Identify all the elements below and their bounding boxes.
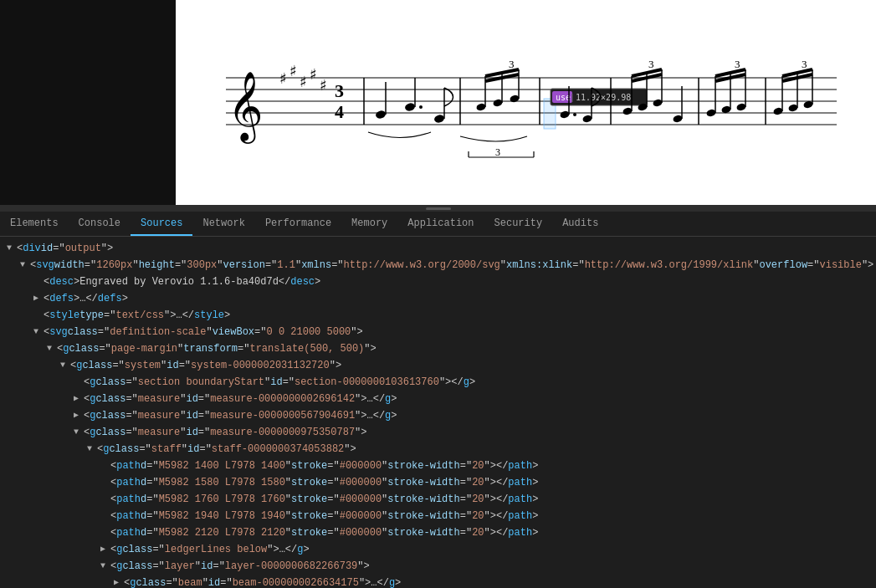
toggle-2[interactable]: [20, 258, 30, 273]
code-line-2[interactable]: <svg width="1260px" height="300px" versi…: [0, 257, 876, 274]
code-content: <div id="output" > <svg width="1260px" h…: [0, 237, 876, 588]
code-line-11[interactable]: <g class="measure" id="measure-000000056…: [0, 407, 876, 424]
code-line-16[interactable]: <path d="M5982 1760 L7978 1760" stroke="…: [0, 491, 876, 508]
tuplet-3: 3: [706, 58, 747, 117]
devtools-tabs: Elements Console Sources Network Perform…: [0, 212, 876, 237]
svg-text:3: 3: [335, 80, 344, 101]
svg-text:3: 3: [648, 58, 654, 70]
toggle-13[interactable]: [87, 442, 97, 457]
toggle-11[interactable]: [74, 408, 84, 423]
left-panel-black: [0, 0, 176, 205]
tab-application[interactable]: Application: [397, 212, 484, 236]
toggle-4[interactable]: [33, 291, 44, 306]
svg-text:♯: ♯: [320, 77, 327, 94]
tuplet-2: 3: [622, 58, 663, 115]
svg-text:3: 3: [735, 58, 740, 70]
code-line-6[interactable]: <svg class="definition-scale" viewBox="0…: [0, 324, 876, 340]
code-line-1[interactable]: <div id="output" >: [0, 240, 876, 257]
drag-handle-icon: [426, 207, 451, 210]
slur-1: [368, 132, 431, 138]
code-line-15[interactable]: <path d="M5982 1580 L7978 1580" stroke="…: [0, 474, 876, 491]
tab-security[interactable]: Security: [484, 212, 553, 236]
svg-text:3: 3: [802, 58, 807, 70]
tab-performance[interactable]: Performance: [255, 212, 341, 236]
toggle-8[interactable]: [60, 358, 70, 373]
svg-point-18: [433, 114, 445, 124]
svg-text:♯: ♯: [289, 63, 297, 79]
toggle-10[interactable]: [74, 391, 84, 406]
svg-point-15: [404, 102, 416, 112]
svg-point-17: [419, 105, 423, 109]
code-line-9[interactable]: <g class="section boundaryStart" id="sec…: [0, 374, 876, 391]
tab-memory[interactable]: Memory: [341, 212, 397, 236]
toggle-21[interactable]: [114, 575, 124, 588]
code-line-12[interactable]: <g class="measure" id="measure-000000097…: [0, 424, 876, 441]
svg-text:3: 3: [495, 146, 500, 158]
code-line-17[interactable]: <path d="M5982 1940 L7978 1940" stroke="…: [0, 508, 876, 524]
toggle-20[interactable]: [100, 559, 110, 574]
svg-text:♯: ♯: [300, 74, 307, 90]
tab-sources[interactable]: Sources: [131, 212, 192, 236]
music-svg: 𝄞 ♯ ♯ ♯ ♯ ♯ 3 4: [192, 19, 845, 187]
svg-text:11.92×29.98: 11.92×29.98: [576, 93, 631, 102]
svg-text:3: 3: [509, 58, 515, 70]
treble-clef: 𝄞: [228, 72, 264, 144]
toggle-1[interactable]: [7, 241, 17, 256]
slur-2: [460, 136, 527, 141]
drag-handle[interactable]: [0, 205, 876, 212]
tab-elements[interactable]: Elements: [0, 212, 69, 236]
remaining-notes: [673, 86, 684, 123]
svg-point-37: [573, 113, 576, 116]
code-line-7[interactable]: <g class="page-margin" transform="transl…: [0, 340, 876, 357]
tuplet-1: 3: [476, 58, 520, 111]
tab-network[interactable]: Network: [192, 212, 254, 236]
preview-area: 𝄞 ♯ ♯ ♯ ♯ ♯ 3 4: [0, 0, 876, 205]
time-signature: 3 4: [335, 80, 344, 122]
code-line-4[interactable]: <defs> … </defs>: [0, 290, 876, 307]
svg-text:𝄞: 𝄞: [228, 72, 264, 144]
svg-text:♯: ♯: [279, 70, 287, 87]
music-notation-area: 𝄞 ♯ ♯ ♯ ♯ ♯ 3 4: [176, 0, 876, 205]
svg-text:♯: ♯: [310, 66, 317, 83]
toggle-19[interactable]: [100, 542, 110, 557]
code-line-21[interactable]: <g class="beam" id="beam-000000002663417…: [0, 575, 876, 588]
code-line-3[interactable]: <desc> Engraved by Verovio 1.1.6-ba40d7d…: [0, 274, 876, 290]
svg-text:4: 4: [335, 101, 344, 122]
toggle-12[interactable]: [74, 425, 84, 440]
code-line-5[interactable]: <style type="text/css"> … </style>: [0, 307, 876, 324]
code-line-19[interactable]: <g class="ledgerLines below"> … </g>: [0, 541, 876, 558]
code-line-13[interactable]: <g class="staff" id="staff-0000000374053…: [0, 441, 876, 458]
code-line-14[interactable]: <path d="M5982 1400 L7978 1400" stroke="…: [0, 458, 876, 474]
svg-point-13: [375, 110, 387, 120]
code-line-20[interactable]: <g class="layer" id="layer-0000000682266…: [0, 558, 876, 575]
devtools-panel[interactable]: <div id="output" > <svg width="1260px" h…: [0, 237, 876, 588]
code-line-8[interactable]: <g class="system" id="system-00000020311…: [0, 357, 876, 374]
toggle-7[interactable]: [47, 341, 57, 356]
tab-audits[interactable]: Audits: [552, 212, 608, 236]
code-line-10[interactable]: <g class="measure" id="measure-000000000…: [0, 391, 876, 407]
code-line-18[interactable]: <path d="M5982 2120 L7978 2120" stroke="…: [0, 524, 876, 541]
toggle-6[interactable]: [33, 325, 44, 340]
triplet-bracket-bottom: 3: [469, 146, 534, 158]
tuplet-4: 3: [773, 58, 814, 115]
tab-console[interactable]: Console: [69, 212, 131, 236]
